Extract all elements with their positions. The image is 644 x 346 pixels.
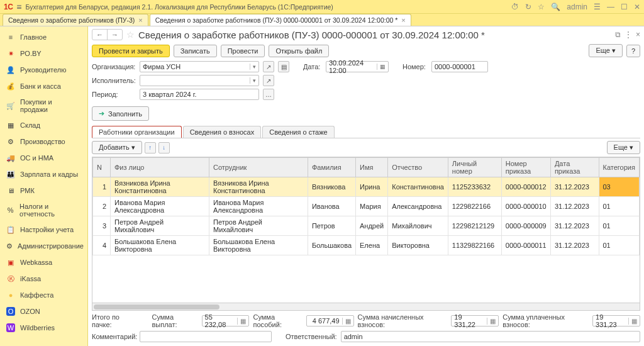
post-button[interactable]: Провести — [221, 45, 265, 57]
settings-icon[interactable]: ☰ — [594, 3, 601, 11]
comment-input[interactable] — [140, 331, 272, 342]
close-document-icon[interactable]: × — [636, 30, 640, 39]
percent-icon: % — [6, 206, 14, 215]
table-toolbar: Добавить ▾ ↑ ↓ Еще ▾ — [92, 138, 640, 157]
nav-bank[interactable]: 💰Банк и касса — [0, 78, 87, 94]
gear-icon: ⚙ — [6, 242, 13, 250]
horizontal-scrollbar[interactable] — [92, 303, 640, 311]
add-row-button[interactable]: Добавить ▾ — [92, 141, 142, 154]
clipboard-icon: 📋 — [6, 225, 15, 234]
tab-contributions[interactable]: Сведения о взносах — [183, 126, 262, 138]
nav-kaffesta[interactable]: ●Каффеста — [0, 287, 87, 303]
number-input[interactable]: 0000-000001 — [431, 61, 488, 72]
date-label: Дата: — [303, 63, 322, 70]
nav-tax[interactable]: %Налоги и отчетность — [0, 199, 87, 221]
forward-button[interactable]: → — [108, 30, 122, 40]
document-title: Сведения о заработке работников (ПУ-3) 0… — [138, 30, 485, 40]
nav-os[interactable]: 🚚ОС и НМА — [0, 150, 87, 166]
nav-trade[interactable]: 🛒Покупки и продажи — [0, 94, 87, 117]
sum-contr-label: Сумма начисленных взносов: — [358, 313, 448, 328]
sum-paid-input[interactable]: 19 331,23▦ — [592, 315, 640, 326]
favorite-icon[interactable]: ☆ — [538, 3, 545, 11]
table-row[interactable]: 1 Вязникова Ирина Константиновна Вязнико… — [93, 177, 640, 197]
nav-salary[interactable]: 👪Зарплата и кадры — [0, 166, 87, 182]
exec-open-button[interactable]: ↗ — [263, 75, 274, 86]
help-button[interactable]: ? — [626, 45, 640, 57]
sum-pay-input[interactable]: 55 232,08▦ — [202, 315, 250, 326]
date-input[interactable]: 30.09.2024 12:00▦ — [326, 61, 389, 72]
exec-input[interactable]: ▾ — [140, 75, 259, 86]
list-icon: ≡ — [6, 33, 15, 42]
comment-label: Комментарий: — [92, 333, 136, 340]
tab-close-icon[interactable]: × — [401, 16, 405, 24]
nav-webkassa[interactable]: ▣Webkassa — [0, 254, 87, 271]
nav-prod[interactable]: ⚙Производство — [0, 133, 87, 150]
period-input[interactable]: 3 квартал 2024 г. — [140, 89, 259, 100]
open-window-icon[interactable]: ⧉ — [615, 30, 621, 39]
table-row[interactable]: 3 Петров Андрей Михайлович Петров Андрей… — [93, 216, 640, 236]
open-file-button[interactable]: Открыть файл — [269, 45, 329, 57]
move-down-button[interactable]: ↓ — [158, 142, 170, 153]
notifications-icon[interactable]: ⏱ — [511, 3, 519, 11]
grid-icon: ▦ — [6, 121, 15, 130]
nav-stock[interactable]: ▦Склад — [0, 117, 87, 133]
more-button[interactable]: Еще ▾ — [589, 44, 622, 57]
nav-settings[interactable]: 📋Настройки учета — [0, 221, 87, 238]
post-close-button[interactable]: Провести и закрыть — [92, 45, 170, 57]
period-select-button[interactable]: … — [263, 89, 274, 100]
history-icon[interactable]: ↻ — [525, 3, 531, 11]
tab-experience[interactable]: Сведения о стаже — [262, 126, 335, 138]
move-up-button[interactable]: ↑ — [145, 142, 156, 153]
app-icon: O — [6, 307, 15, 316]
maximize-icon[interactable]: ☐ — [621, 3, 628, 11]
responsible-input[interactable]: admin — [341, 331, 640, 342]
sum-paid-label: Сумма уплаченных взносов: — [502, 313, 589, 328]
app-title: Бухгалтерия для Беларуси, редакция 2.1. … — [26, 3, 508, 11]
table-more-button[interactable]: Еще ▾ — [607, 141, 640, 154]
nav-manager[interactable]: 👤Руководителю — [0, 62, 87, 78]
gear-icon: ⚙ — [6, 137, 15, 146]
menu-icon[interactable]: ≡ — [16, 2, 21, 12]
people-icon: 👪 — [6, 170, 15, 179]
save-button[interactable]: Записать — [174, 45, 217, 57]
employees-grid[interactable]: N Физ лицо Сотрудник Фамилия Имя Отчеств… — [92, 157, 640, 303]
minimize-icon[interactable]: — — [607, 3, 614, 11]
favorite-toggle[interactable]: ☆ — [126, 30, 135, 40]
nav-admin[interactable]: ⚙Администрирование — [0, 238, 87, 254]
options-icon[interactable]: ⋮ — [625, 30, 632, 39]
search-icon[interactable]: 🔍 — [551, 3, 560, 11]
user-label[interactable]: admin — [567, 3, 587, 11]
sum-pay-label: Сумма выплат: — [152, 313, 197, 328]
nav-ikassa[interactable]: ⓀiKassa — [0, 271, 87, 287]
period-label: Период: — [92, 91, 136, 98]
nav-rmk[interactable]: 🖥РМК — [0, 182, 87, 199]
nav-arrows: ← → — [92, 29, 123, 40]
org-open-button[interactable]: ↗ — [263, 61, 274, 72]
table-row[interactable]: 2 Иванова Мария Александровна Иванова Ма… — [93, 197, 640, 216]
close-icon[interactable]: ✕ — [634, 3, 640, 11]
org-input[interactable]: Фирма УСН▾ — [140, 61, 259, 72]
back-button[interactable]: ← — [92, 30, 108, 40]
exec-label: Исполнитель: — [92, 77, 136, 84]
nav-main[interactable]: ≡Главное — [0, 29, 87, 45]
sum-contr-input[interactable]: 19 331,22▦ — [451, 315, 499, 326]
tab-label: Сведения о заработке работников (ПУ-3) — [8, 16, 135, 24]
tab-close-icon[interactable]: × — [138, 16, 142, 24]
fill-button[interactable]: ➔Заполнить — [92, 106, 149, 121]
cart-icon: 🛒 — [6, 101, 15, 110]
sum-ben-input[interactable]: 4 677,49▦ — [306, 315, 354, 326]
app-icon: W — [6, 323, 15, 332]
nav-wb[interactable]: WWildberries — [0, 320, 87, 336]
posting-icon[interactable]: ▤ — [278, 61, 289, 72]
nav-ozon[interactable]: OOZON — [0, 303, 87, 320]
document-tab[interactable]: Сведения о заработке работников (ПУ-3) 0… — [150, 14, 411, 26]
tab-employees[interactable]: Работники организации — [92, 126, 182, 138]
nav-poby[interactable]: ✷PO.BY — [0, 45, 87, 62]
document-tab[interactable]: Сведения о заработке работников (ПУ-3) × — [3, 14, 148, 26]
inner-tabs: Работники организации Сведения о взносах… — [92, 126, 640, 138]
table-row[interactable]: 4 Большакова Елена Викторовна Большакова… — [93, 236, 640, 255]
document-footer: Итого по пачке: Сумма выплат: 55 232,08▦… — [92, 311, 640, 346]
money-icon: 💰 — [6, 82, 15, 91]
titlebar-actions: ⏱ ↻ ☆ 🔍 admin ☰ — ☐ ✕ — [511, 3, 640, 11]
arrow-right-icon: ➔ — [99, 109, 104, 118]
